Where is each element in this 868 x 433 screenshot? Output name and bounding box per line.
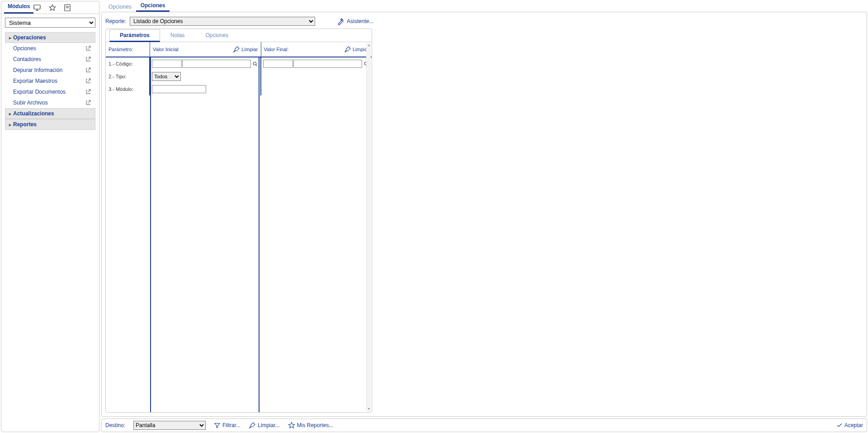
modulo-input[interactable] [152, 85, 206, 93]
broom-icon [233, 46, 240, 53]
tree-group-actualizaciones[interactable]: ▸ Actualizaciones [5, 108, 95, 119]
wizard-icon [337, 17, 345, 25]
external-link-icon[interactable] [85, 78, 91, 84]
tipo-select[interactable]: Todos [152, 72, 181, 81]
row-tipo: 2.- Tipo: Todos [106, 70, 372, 83]
asistente-button[interactable]: Asistente... [337, 17, 373, 25]
codigo-initial-code-input[interactable] [152, 60, 182, 68]
tree-group-label: Reportes [13, 121, 37, 128]
destino-select[interactable]: Pantalla [133, 421, 206, 430]
sidebar-item-contadores[interactable]: Contadores [5, 54, 95, 65]
tab-opciones-2[interactable]: Opciones [136, 0, 170, 12]
panel-tab-parametros[interactable]: Parámetros [109, 29, 160, 42]
chevron-right-icon: ▸ [9, 35, 11, 40]
footer-bar: Destino: Pantalla Filtrar... Limpiar... … [101, 419, 867, 432]
broom-icon [344, 46, 351, 53]
star-icon[interactable] [49, 4, 64, 11]
sidebar-item-label: Depurar Información [13, 67, 62, 73]
note-icon[interactable] [64, 4, 80, 11]
filtrar-label: Filtrar... [222, 422, 241, 428]
panel-tab-opciones[interactable]: Opciones [195, 29, 239, 42]
sidebar-item-label: Exportar Maestros [13, 78, 57, 84]
limpiar-button[interactable]: Limpiar... [249, 422, 280, 429]
external-link-icon[interactable] [85, 67, 91, 73]
header-valor-final: Valor Final: [264, 47, 289, 52]
chevron-right-icon: ▸ [9, 111, 11, 116]
scrollbar[interactable]: ▴ ▾ [366, 43, 371, 411]
clear-final-button[interactable]: Limpiar [344, 46, 369, 53]
row-modulo: 3.- Módulo: [106, 83, 372, 95]
sidebar: Módulos Sistema ▸ Operaciones Opcio [1, 1, 99, 432]
check-icon [836, 422, 843, 428]
row-label-codigo: 1.- Código: [106, 57, 150, 70]
report-label: Reporte: [105, 18, 126, 24]
filtrar-button[interactable]: Filtrar... [214, 422, 241, 429]
sidebar-tab-row: Módulos [1, 1, 99, 14]
tree-group-label: Actualizaciones [13, 110, 54, 117]
sidebar-item-opciones[interactable]: Opciones [5, 43, 95, 54]
panel-tab-notas[interactable]: Notas [160, 29, 195, 42]
header-parametro: Parámetro: [106, 42, 150, 57]
monitor-icon[interactable] [33, 5, 49, 11]
tab-opciones-1[interactable]: Opciones [104, 2, 136, 12]
funnel-icon [214, 422, 221, 429]
broom-icon [249, 422, 256, 429]
codigo-initial-desc-input[interactable] [182, 60, 251, 68]
codigo-final-desc-input[interactable] [293, 60, 362, 68]
tree-group-reportes[interactable]: ▸ Reportes [5, 119, 95, 130]
parameters-panel: Parámetros Notas Opciones Parámetro: Val… [105, 29, 372, 413]
top-tab-row: Opciones Opciones [101, 1, 867, 12]
sidebar-tab-modulos[interactable]: Módulos [4, 1, 33, 14]
svg-point-7 [253, 62, 256, 65]
main-area: Opciones Opciones Reporte: Listado de Op… [101, 1, 867, 432]
panel-tab-row: Parámetros Notas Opciones [106, 29, 372, 42]
tree-group-operaciones[interactable]: ▸ Operaciones [5, 32, 95, 43]
row-label-modulo: 3.- Módulo: [106, 83, 150, 95]
sidebar-item-label: Contadores [13, 56, 41, 62]
sidebar-item-label: Exportar Documentos [13, 89, 66, 95]
header-valor-inicial: Valor Inicial: [153, 47, 179, 52]
row-codigo: 1.- Código: [106, 57, 372, 70]
svg-rect-0 [34, 5, 40, 9]
limpiar-label: Limpiar... [258, 422, 280, 428]
external-link-icon[interactable] [85, 46, 91, 51]
row-label-tipo: 2.- Tipo: [106, 70, 150, 83]
clear-label: Limpiar [241, 47, 258, 52]
aceptar-label: Aceptar [844, 422, 863, 428]
chevron-right-icon: ▸ [9, 122, 11, 127]
sidebar-item-label: Subir Archivos [13, 100, 48, 106]
sidebar-item-depurar[interactable]: Depurar Información [5, 65, 95, 76]
scroll-up-icon[interactable]: ▴ [367, 43, 371, 48]
sidebar-item-exportar-maestros[interactable]: Exportar Maestros [5, 76, 95, 86]
grid-header: Parámetro: Valor Inicial: Limpiar Valor … [106, 42, 372, 57]
report-row: Reporte: Listado de Opciones Asistente..… [105, 15, 863, 29]
codigo-final-code-input[interactable] [263, 60, 293, 68]
scroll-down-icon[interactable]: ▾ [367, 407, 371, 411]
content-frame: Reporte: Listado de Opciones Asistente..… [101, 12, 867, 417]
mis-reportes-button[interactable]: Mis Reportes... [288, 422, 334, 429]
sidebar-item-label: Opciones [13, 45, 36, 52]
external-link-icon[interactable] [85, 57, 91, 62]
search-icon[interactable] [251, 60, 259, 67]
report-select[interactable]: Listado de Opciones [130, 17, 315, 26]
svg-marker-3 [50, 5, 56, 10]
svg-marker-11 [288, 422, 294, 428]
star-icon [288, 422, 295, 429]
aceptar-button[interactable]: Aceptar [836, 422, 863, 428]
asistente-label: Asistente... [347, 18, 373, 24]
sidebar-item-exportar-documentos[interactable]: Exportar Documentos [5, 86, 95, 97]
sidebar-item-subir-archivos[interactable]: Subir Archivos [5, 97, 95, 108]
svg-line-8 [256, 65, 257, 66]
destino-label: Destino: [105, 422, 125, 428]
external-link-icon[interactable] [85, 100, 91, 105]
external-link-icon[interactable] [85, 89, 91, 95]
clear-initial-button[interactable]: Limpiar [233, 46, 258, 53]
tree-group-label: Operaciones [13, 34, 46, 41]
system-select[interactable]: Sistema [5, 18, 95, 28]
mis-reportes-label: Mis Reportes... [297, 422, 334, 428]
